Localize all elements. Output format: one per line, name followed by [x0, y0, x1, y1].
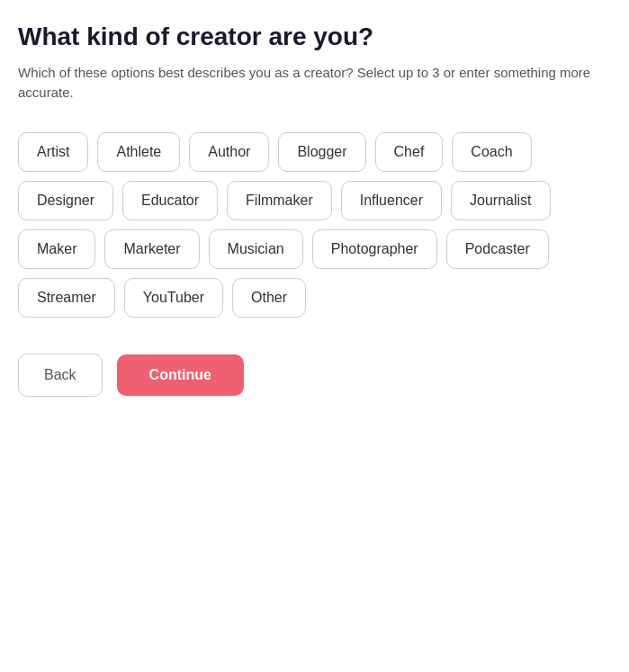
tag-artist[interactable]: Artist — [18, 132, 88, 172]
tag-educator[interactable]: Educator — [122, 181, 218, 220]
tag-marketer[interactable]: Marketer — [104, 229, 199, 269]
tag-filmmaker[interactable]: Filmmaker — [227, 181, 332, 220]
tag-coach[interactable]: Coach — [452, 132, 531, 172]
tag-designer[interactable]: Designer — [18, 181, 113, 220]
continue-button[interactable]: Continue — [117, 354, 244, 396]
tag-influencer[interactable]: Influencer — [341, 181, 442, 220]
tag-streamer[interactable]: Streamer — [18, 278, 115, 318]
tag-youtuber[interactable]: YouTuber — [124, 278, 223, 318]
tag-author[interactable]: Author — [189, 132, 269, 172]
tag-podcaster[interactable]: Podcaster — [446, 229, 549, 269]
actions-row: Back Continue — [18, 354, 611, 397]
back-button[interactable]: Back — [18, 354, 103, 397]
tag-blogger[interactable]: Blogger — [278, 132, 365, 172]
tag-athlete[interactable]: Athlete — [97, 132, 180, 172]
tag-photographer[interactable]: Photographer — [312, 229, 437, 269]
tag-musician[interactable]: Musician — [209, 229, 303, 269]
page-title: What kind of creator are you? — [18, 22, 611, 52]
tags-container: ArtistAthleteAuthorBloggerChefCoachDesig… — [18, 132, 611, 318]
page-subtitle: Which of these options best describes yo… — [18, 63, 611, 103]
tag-journalist[interactable]: Journalist — [451, 181, 550, 220]
tag-chef[interactable]: Chef — [375, 132, 444, 172]
tag-other[interactable]: Other — [232, 278, 306, 318]
tag-maker[interactable]: Maker — [18, 229, 95, 269]
